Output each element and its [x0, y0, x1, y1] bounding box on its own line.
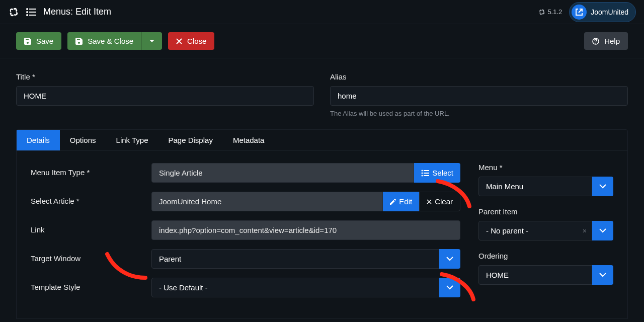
svg-point-7: [422, 170, 423, 171]
select-type-button[interactable]: Select: [414, 163, 460, 183]
clear-icon[interactable]: ×: [583, 227, 587, 235]
svg-point-2: [26, 11, 28, 13]
toolbar: Save Save & Close Close Help: [0, 24, 644, 58]
parent-item-select[interactable]: - No parent - ×: [478, 221, 613, 240]
tab-page-display[interactable]: Page Display: [158, 130, 223, 150]
link-value: index.php?option=com_content&view=articl…: [151, 220, 460, 240]
target-window-label: Target Window: [31, 249, 151, 263]
template-style-select[interactable]: - Use Default -: [151, 278, 460, 297]
external-link-button[interactable]: JoomUnited: [569, 2, 636, 22]
chevron-down-icon: [592, 265, 613, 285]
svg-rect-3: [29, 12, 36, 13]
joomla-logo-icon: [8, 7, 19, 18]
close-icon: [427, 199, 432, 204]
template-style-label: Template Style: [31, 278, 151, 291]
svg-point-9: [422, 172, 423, 174]
list-select-icon: [421, 170, 429, 177]
tab-metadata[interactable]: Metadata: [223, 130, 275, 150]
svg-rect-12: [424, 175, 429, 176]
save-close-button[interactable]: Save & Close: [67, 32, 141, 50]
save-dropdown-button[interactable]: [141, 32, 162, 50]
tabs: Details Options Link Type Page Display M…: [17, 130, 627, 151]
link-label: Link: [31, 220, 151, 234]
help-button[interactable]: Help: [584, 32, 628, 50]
clear-article-button[interactable]: Clear: [419, 192, 460, 211]
page-title: Menus: Edit Item: [43, 7, 111, 17]
external-link-icon: [572, 5, 587, 20]
chevron-down-icon: [592, 177, 613, 196]
topbar: Menus: Edit Item 5.1.2 JoomUnited: [0, 0, 644, 24]
tabs-container: Details Options Link Type Page Display M…: [16, 129, 628, 319]
tab-content: Menu Item Type * Single Article Select S…: [17, 151, 627, 318]
help-icon: [592, 38, 599, 45]
chevron-down-icon: [592, 221, 613, 240]
save-icon: [24, 38, 31, 45]
list-icon: [26, 8, 36, 16]
save-button[interactable]: Save: [16, 32, 61, 50]
alias-help: The Alias will be used as part of the UR…: [330, 110, 628, 117]
chevron-down-icon: [149, 39, 155, 43]
chevron-down-icon: [439, 278, 460, 297]
save-icon: [75, 38, 83, 45]
tab-link-type[interactable]: Link Type: [106, 130, 158, 150]
chevron-down-icon: [439, 249, 460, 269]
title-input[interactable]: [16, 86, 314, 106]
pencil-icon: [390, 199, 396, 205]
edit-article-button[interactable]: Edit: [383, 192, 419, 211]
version-badge: 5.1.2: [538, 8, 562, 16]
svg-point-4: [26, 14, 28, 16]
close-button[interactable]: Close: [168, 32, 214, 50]
svg-rect-8: [424, 170, 429, 171]
svg-point-0: [26, 8, 28, 10]
menu-label: Menu *: [478, 163, 613, 172]
svg-rect-10: [424, 173, 429, 174]
alias-label: Alias: [330, 72, 628, 81]
close-icon: [176, 38, 182, 44]
joomla-small-icon: [538, 9, 545, 16]
svg-rect-5: [29, 15, 36, 16]
alias-input[interactable]: [330, 86, 628, 106]
menu-item-type-value: Single Article: [151, 163, 414, 183]
parent-item-label: Parent Item: [478, 207, 613, 216]
select-article-label: Select Article *: [31, 192, 151, 205]
ordering-label: Ordering: [478, 252, 613, 260]
menu-select[interactable]: Main Menu: [478, 177, 613, 196]
menu-item-type-label: Menu Item Type *: [31, 163, 151, 177]
tab-options[interactable]: Options: [60, 130, 106, 150]
title-label: Title *: [16, 72, 314, 81]
select-article-value: JoomUnited Home: [151, 192, 383, 211]
svg-point-11: [422, 175, 423, 176]
svg-rect-1: [29, 9, 36, 10]
form-area: Title * Alias The Alias will be used as …: [0, 58, 644, 117]
ordering-select[interactable]: HOME: [478, 265, 613, 285]
target-window-select[interactable]: Parent: [151, 249, 460, 269]
tab-details[interactable]: Details: [17, 130, 60, 150]
